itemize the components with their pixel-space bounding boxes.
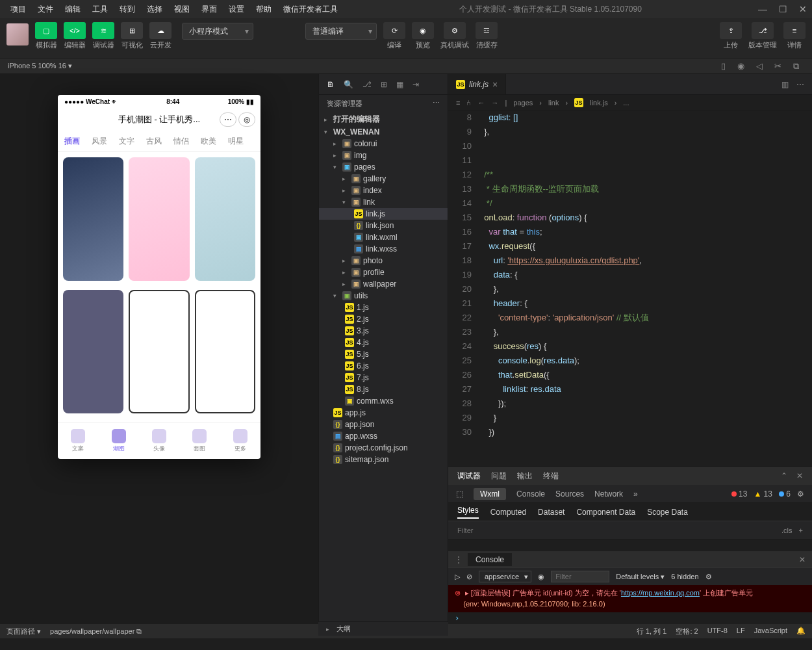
styletab-scopedata[interactable]: Scope Data: [647, 508, 688, 517]
tree-file[interactable]: JS8.js: [319, 384, 448, 395]
compile-mode-select[interactable]: 普通编译: [305, 23, 377, 40]
menu-file[interactable]: 文件: [32, 3, 58, 16]
menu-help[interactable]: 帮助: [251, 3, 277, 16]
tree-folder-gallery[interactable]: ▸▣gallery: [319, 173, 448, 185]
tab-close-icon[interactable]: ×: [492, 79, 498, 90]
sim-tab-star[interactable]: 明星: [228, 136, 244, 147]
status-eol[interactable]: LF: [737, 627, 745, 636]
devtab-sources[interactable]: Sources: [555, 489, 584, 499]
tree-folder-index[interactable]: ▸▣index: [319, 185, 448, 196]
breadcrumb-item[interactable]: link.js: [590, 99, 608, 107]
user-avatar[interactable]: [6, 23, 29, 46]
panel-collapse-icon[interactable]: ⌃: [781, 471, 787, 480]
compile-button[interactable]: ⟳: [383, 22, 405, 39]
breadcrumb-item[interactable]: pages: [513, 99, 533, 107]
console-context-select[interactable]: appservice▾: [479, 571, 531, 582]
error-count[interactable]: 13: [739, 489, 747, 499]
tree-project-root[interactable]: ▾WX_WENAN: [319, 126, 448, 138]
tree-folder-link[interactable]: ▾▣link: [319, 196, 448, 208]
upload-button[interactable]: ⇪: [720, 22, 742, 39]
simulator-button[interactable]: ▢: [35, 22, 57, 39]
device-cut-icon[interactable]: ✂: [774, 61, 781, 72]
app-mode-select[interactable]: 小程序模式: [182, 23, 253, 40]
sim-tab-ancient[interactable]: 古风: [146, 136, 162, 147]
styles-filter-input[interactable]: [457, 526, 775, 534]
inspect-icon[interactable]: ⬚: [456, 489, 463, 499]
minimize-icon[interactable]: —: [758, 4, 767, 14]
cloud-button[interactable]: ☁: [149, 22, 171, 39]
device-orientation-icon[interactable]: ▯: [721, 61, 726, 72]
console-clear-icon[interactable]: ▷: [455, 573, 460, 581]
tree-file[interactable]: JS7.js: [319, 372, 448, 384]
console-stop-icon[interactable]: ⊘: [466, 573, 472, 581]
remote-debug-button[interactable]: ⚙: [444, 22, 466, 39]
device-record-icon[interactable]: ◉: [737, 61, 744, 72]
preview-button[interactable]: ◉: [412, 22, 434, 39]
styletab-styles[interactable]: Styles: [457, 506, 479, 519]
drawer-console-tab[interactable]: Console: [468, 553, 512, 566]
tree-file-linkwxss[interactable]: ▤link.wxss: [319, 243, 448, 255]
panel-tab-terminal[interactable]: 终端: [543, 471, 559, 482]
menu-settings[interactable]: 设置: [223, 3, 249, 16]
editor-split-icon[interactable]: ▥: [781, 80, 789, 89]
breadcrumb-item[interactable]: link: [548, 99, 559, 107]
status-cursor-pos[interactable]: 行 1, 列 1: [637, 627, 666, 636]
explorer-more-icon[interactable]: ⋯: [433, 99, 440, 109]
menu-edit[interactable]: 编辑: [60, 3, 86, 16]
list-icon[interactable]: ≡: [456, 99, 460, 107]
capsule-menu-icon[interactable]: ⋯: [220, 112, 236, 127]
menu-goto[interactable]: 转到: [114, 3, 140, 16]
tree-file[interactable]: JS1.js: [319, 302, 448, 313]
console-prompt[interactable]: ›: [448, 612, 812, 624]
menu-select[interactable]: 选择: [142, 3, 168, 16]
tree-folder-pages[interactable]: ▾▣pages: [319, 161, 448, 173]
nav-wallpaper[interactable]: 潮图: [98, 423, 138, 459]
debugger-button[interactable]: ≋: [92, 22, 114, 39]
tree-file[interactable]: ▣comm.wxs: [319, 395, 448, 407]
editor-more-icon[interactable]: ⋯: [796, 80, 804, 89]
device-select[interactable]: iPhone 5 100% 16 ▾: [8, 62, 72, 70]
nav-back-icon[interactable]: ←: [477, 99, 485, 107]
drawer-close-icon[interactable]: ✕: [799, 555, 806, 564]
explorer-search-icon[interactable]: 🔍: [344, 80, 353, 89]
wallpaper-card[interactable]: [63, 157, 123, 281]
tree-folder-photo[interactable]: ▸▣photo: [319, 255, 448, 266]
sim-tab-text[interactable]: 文字: [119, 136, 134, 147]
maximize-icon[interactable]: ☐: [779, 4, 787, 14]
tree-file[interactable]: JS6.js: [319, 360, 448, 372]
tree-folder-utils[interactable]: ▾▣utils: [319, 290, 448, 302]
explorer-build-icon[interactable]: ▦: [396, 80, 403, 89]
sim-tab-couple[interactable]: 情侣: [173, 136, 189, 147]
clear-cache-button[interactable]: ☲: [476, 22, 498, 39]
code-content[interactable]: gglist: [] }, /** * 生命周期函数--监听页面加载 */ on…: [479, 110, 812, 466]
nav-fwd-icon[interactable]: →: [491, 99, 498, 107]
outline-section[interactable]: ▸大纲: [318, 621, 448, 636]
cls-toggle[interactable]: .cls: [781, 526, 793, 534]
devtab-wxml[interactable]: Wxml: [474, 488, 506, 500]
console-settings-icon[interactable]: ⚙: [705, 573, 712, 581]
console-eye-icon[interactable]: ◉: [538, 573, 544, 581]
tree-file[interactable]: JS4.js: [319, 337, 448, 348]
tree-file[interactable]: JS2.js: [319, 313, 448, 325]
tree-file[interactable]: JS3.js: [319, 325, 448, 337]
tree-file-appwxss[interactable]: ▤app.wxss: [319, 430, 448, 442]
tree-file-appjson[interactable]: {}app.json: [319, 419, 448, 430]
explorer-files-icon[interactable]: 🗎: [327, 80, 335, 89]
version-button[interactable]: ⎇: [752, 22, 774, 39]
menu-view[interactable]: 视图: [169, 3, 195, 16]
tree-file-linkjson[interactable]: {}link.json: [319, 220, 448, 231]
explorer-plugin-icon[interactable]: ⇥: [412, 80, 419, 89]
close-icon[interactable]: ✕: [799, 4, 807, 14]
tree-file[interactable]: JS5.js: [319, 348, 448, 360]
tree-file-linkjs[interactable]: JSlink.js: [319, 208, 448, 220]
tree-file-appjs[interactable]: JSapp.js: [319, 407, 448, 419]
menu-tools[interactable]: 工具: [87, 3, 113, 16]
wallpaper-card[interactable]: [63, 290, 123, 413]
device-copy-icon[interactable]: ⧉: [793, 61, 799, 72]
panel-tab-output[interactable]: 输出: [517, 471, 533, 482]
tree-folder-wallpaper[interactable]: ▸▣wallpaper: [319, 278, 448, 290]
devtab-more-icon[interactable]: »: [633, 489, 638, 499]
styletab-dataset[interactable]: Dataset: [538, 508, 565, 517]
tree-file-sitemap[interactable]: {}sitemap.json: [319, 454, 448, 465]
status-path[interactable]: pages/wallpaper/wallpaper ⧉: [50, 627, 142, 636]
